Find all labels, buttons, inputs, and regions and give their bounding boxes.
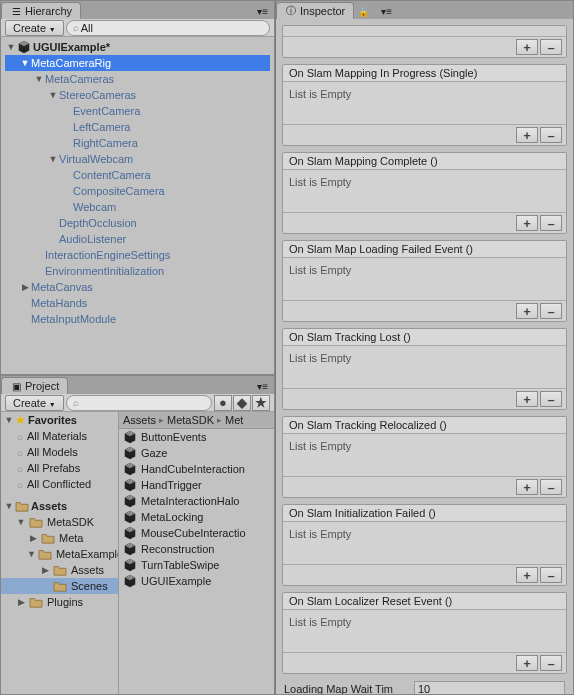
tree-item[interactable]: Webcam [5, 199, 270, 215]
filter-button[interactable]: ★ [252, 395, 270, 411]
expand-icon[interactable]: ▼ [3, 501, 15, 511]
favorites-header[interactable]: ▼ ★ Favorites [1, 412, 118, 428]
asset-label: Reconstruction [141, 543, 214, 555]
tree-item[interactable]: ContentCamera [5, 167, 270, 183]
favorite-label: All Prefabs [27, 462, 80, 474]
expand-icon[interactable]: ▶ [15, 597, 27, 607]
asset-item[interactable]: Gaze [119, 445, 274, 461]
hierarchy-search-input[interactable] [81, 22, 263, 34]
tree-label: LeftCamera [73, 121, 130, 133]
filter-button[interactable]: ● [214, 395, 232, 411]
folder-item[interactable]: ▼MetaSDK [1, 514, 118, 530]
folder-label: MetaExample [56, 548, 119, 560]
folder-item[interactable]: ▶Plugins [1, 594, 118, 610]
star-icon: ★ [15, 413, 26, 427]
scene-root[interactable]: ▼ UGUIExample* [5, 39, 270, 55]
assets-header[interactable]: ▼Assets [1, 498, 118, 514]
add-button[interactable]: + [516, 215, 538, 231]
asset-item[interactable]: UGUIExample [119, 573, 274, 589]
project-menu-icon[interactable]: ▾≡ [251, 379, 274, 394]
tree-item[interactable]: EnvironmentInitialization [5, 263, 270, 279]
favorites-label: Favorites [28, 414, 77, 426]
asset-item[interactable]: MouseCubeInteractio [119, 525, 274, 541]
add-button[interactable]: + [516, 479, 538, 495]
add-button[interactable]: + [516, 39, 538, 55]
folder-item[interactable]: ▶Meta [1, 530, 118, 546]
add-button[interactable]: + [516, 303, 538, 319]
inspector-tab[interactable]: ⓘ Inspector [276, 2, 354, 19]
remove-button[interactable]: – [540, 567, 562, 583]
add-button[interactable]: + [516, 655, 538, 671]
asset-item[interactable]: HandTrigger [119, 477, 274, 493]
folder-icon [29, 516, 43, 528]
remove-button[interactable]: – [540, 303, 562, 319]
folder-item[interactable]: Scenes [1, 578, 118, 594]
tree-item[interactable]: DepthOcclusion [5, 215, 270, 231]
tree-item[interactable]: RightCamera [5, 135, 270, 151]
folder-item[interactable]: ▼MetaExample [1, 546, 118, 562]
breadcrumb-item[interactable]: MetaSDK [167, 414, 214, 426]
expand-icon[interactable]: ▼ [5, 42, 17, 52]
tree-item[interactable]: ▼VirtualWebcam [5, 151, 270, 167]
tree-item[interactable]: InteractionEngineSettings [5, 247, 270, 263]
hierarchy-search[interactable]: ⌕ [66, 20, 270, 36]
remove-button[interactable]: – [540, 39, 562, 55]
tree-item[interactable]: EventCamera [5, 103, 270, 119]
event-footer: +– [283, 124, 566, 145]
inspector-menu-icon[interactable]: ▾≡ [375, 4, 398, 19]
asset-item[interactable]: Reconstruction [119, 541, 274, 557]
expand-icon[interactable]: ▼ [47, 90, 59, 100]
folder-item[interactable]: ▶Assets [1, 562, 118, 578]
hierarchy-menu-icon[interactable]: ▾≡ [251, 4, 274, 19]
remove-button[interactable]: – [540, 655, 562, 671]
lock-icon[interactable]: 🔒 [354, 5, 373, 19]
expand-icon[interactable]: ▼ [47, 154, 59, 164]
create-button[interactable]: Create ▼ [5, 20, 64, 36]
tree-item[interactable]: AudioListener [5, 231, 270, 247]
expand-icon[interactable]: ▶ [27, 533, 39, 543]
breadcrumb-item[interactable]: Met [225, 414, 243, 426]
expand-icon[interactable]: ▼ [19, 58, 31, 68]
favorite-item[interactable]: ⌕All Conflicted [1, 476, 118, 492]
expand-icon[interactable]: ▼ [33, 74, 45, 84]
hierarchy-tab[interactable]: ☰ Hierarchy [1, 2, 81, 19]
tree-item[interactable]: ▶MetaCanvas [5, 279, 270, 295]
asset-item[interactable]: HandCubeInteraction [119, 461, 274, 477]
hierarchy-toolbar: Create ▼ ⌕ [1, 19, 274, 37]
asset-item[interactable]: MetaInteractionHalo [119, 493, 274, 509]
expand-icon[interactable]: ▶ [39, 565, 51, 575]
expand-icon[interactable]: ▼ [27, 549, 36, 559]
asset-item[interactable]: TurnTableSwipe [119, 557, 274, 573]
add-button[interactable]: + [516, 391, 538, 407]
favorite-item[interactable]: ⌕All Models [1, 444, 118, 460]
expand-icon[interactable]: ▼ [3, 415, 15, 425]
remove-button[interactable]: – [540, 215, 562, 231]
unity-icon [123, 462, 137, 476]
expand-icon[interactable]: ▶ [19, 282, 31, 292]
event-footer: +– [283, 212, 566, 233]
tree-item[interactable]: MetaInputModule [5, 311, 270, 327]
filter-button[interactable]: ◆ [233, 395, 251, 411]
tree-item[interactable]: ▼MetaCameraRig [5, 55, 270, 71]
add-button[interactable]: + [516, 127, 538, 143]
remove-button[interactable]: – [540, 391, 562, 407]
remove-button[interactable]: – [540, 127, 562, 143]
project-search-input[interactable] [81, 397, 205, 409]
asset-item[interactable]: MetaLocking [119, 509, 274, 525]
tree-item[interactable]: LeftCamera [5, 119, 270, 135]
remove-button[interactable]: – [540, 479, 562, 495]
tree-item[interactable]: ▼StereoCameras [5, 87, 270, 103]
create-button[interactable]: Create ▼ [5, 395, 64, 411]
add-button[interactable]: + [516, 567, 538, 583]
breadcrumb-item[interactable]: Assets [123, 414, 156, 426]
favorite-item[interactable]: ⌕All Prefabs [1, 460, 118, 476]
tree-item[interactable]: CompositeCamera [5, 183, 270, 199]
loading-map-input[interactable] [414, 681, 565, 695]
expand-icon[interactable]: ▼ [15, 517, 27, 527]
project-search[interactable]: ⌕ [66, 395, 212, 411]
tree-item[interactable]: MetaHands [5, 295, 270, 311]
favorite-item[interactable]: ⌕All Materials [1, 428, 118, 444]
tree-item[interactable]: ▼MetaCameras [5, 71, 270, 87]
asset-item[interactable]: ButtonEvents [119, 429, 274, 445]
project-tab[interactable]: ▣ Project [1, 377, 68, 394]
